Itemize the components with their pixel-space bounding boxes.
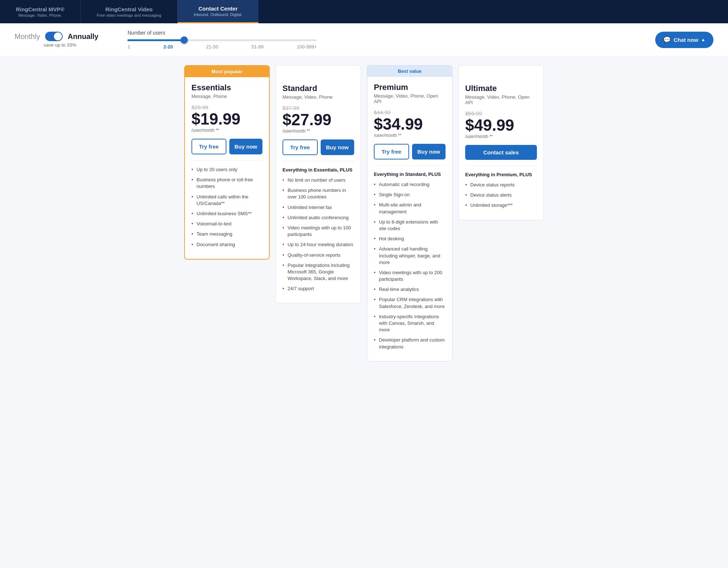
divider-standard: [282, 161, 354, 161]
price-note-standard: /user/month **: [282, 129, 354, 134]
features-ultimate: •Device status reports •Device status al…: [465, 182, 537, 209]
feature-item: •Business phone or toll-free numbers: [191, 177, 262, 190]
slider-fill: [127, 39, 184, 41]
feature-item: •Video meetings with up to 200 participa…: [374, 269, 446, 283]
current-price-premium: $34.99: [374, 116, 446, 132]
plan-card-premium: Best value Premium Message, Video, Phone…: [367, 65, 452, 362]
features-essentials: •Up to 20 users only •Business phone or …: [191, 166, 262, 248]
feature-item: •Voicemail-to-text: [191, 221, 262, 227]
feature-item: •Document sharing: [191, 241, 262, 248]
plan-card-essentials: Most popular Essentials Message, Phone $…: [184, 65, 270, 260]
try-free-premium[interactable]: Try free: [374, 144, 409, 159]
plan-name-premium: Premium: [374, 83, 446, 92]
feature-item: •Hot desking: [374, 236, 446, 242]
buy-now-essentials[interactable]: Buy now: [229, 139, 263, 154]
feature-item: •Popular integrations including Microsof…: [282, 262, 354, 282]
feature-item: •Developer platform and custom integrati…: [374, 337, 446, 350]
tick-2-20: 2-20: [163, 44, 173, 50]
users-label: Number of users: [127, 30, 165, 36]
feature-item: •Unlimited business SMS**: [191, 210, 262, 217]
no-badge-standard: [276, 66, 361, 78]
feature-item: •Unlimited audio conferencing: [282, 214, 354, 221]
tick-21-50: 21-50: [206, 44, 218, 50]
billing-bar: Monthly Annually save up to 33% Number o…: [0, 23, 728, 56]
buy-now-premium[interactable]: Buy now: [412, 144, 446, 159]
nav-subtitle-contact: Inbound. Outbound. Digital.: [194, 12, 242, 17]
no-badge-ultimate: [459, 66, 543, 78]
billing-toggle: Monthly Annually save up to 33%: [15, 32, 98, 48]
try-free-essentials[interactable]: Try free: [191, 139, 226, 154]
slider-labels: 1 2-20 21-50 51-99 100-999+: [127, 44, 317, 50]
feature-item: •Advanced call handling including whispe…: [374, 246, 446, 266]
feature-item: •Quality-of-service reports: [282, 252, 354, 259]
features-heading-standard: Everything in Essentials, PLUS: [282, 167, 354, 173]
try-free-standard[interactable]: Try free: [282, 139, 318, 155]
feature-item: •Real-time analytics: [374, 286, 446, 293]
tick-1: 1: [127, 44, 130, 50]
monthly-label: Monthly: [15, 32, 40, 41]
annually-label: Annually: [68, 32, 98, 41]
original-price-ultimate: $59.99: [465, 110, 537, 117]
divider-ultimate: [465, 166, 537, 166]
users-slider-area: Number of users 1 2-20 21-50 51-99 100-9…: [127, 30, 317, 50]
chat-now-label: Chat now: [674, 37, 699, 43]
tick-100-999: 100-999+: [297, 44, 317, 50]
original-price-essentials: $29.99: [191, 104, 262, 110]
plan-card-standard: Standard Message, Video, Phone $37.99 $2…: [276, 65, 361, 303]
features-standard: •No limit on number of users •Business p…: [282, 177, 354, 292]
toggle-knob: [54, 32, 62, 40]
price-note-premium: /user/month **: [374, 133, 446, 138]
slider-track: [127, 39, 317, 41]
chat-now-button[interactable]: 💬 Chat now ▲: [655, 32, 713, 48]
features-heading-premium: Everything in Standard, PLUS: [374, 171, 446, 177]
plan-name-standard: Standard: [282, 84, 354, 93]
toggle-switch[interactable]: [45, 32, 63, 41]
nav-title-mvp: RingCentral MVP®: [16, 6, 64, 12]
nav-item-video[interactable]: RingCentral Video Free video meetings an…: [81, 0, 178, 23]
best-value-badge: Best value: [367, 66, 452, 77]
contact-sales-ultimate[interactable]: Contact sales: [465, 145, 537, 160]
plan-desc-essentials: Message, Phone: [191, 94, 262, 99]
slider-track-container[interactable]: 1 2-20 21-50 51-99 100-999+: [127, 39, 317, 50]
chevron-up-icon: ▲: [701, 37, 705, 42]
current-price-essentials: $19.99: [191, 111, 262, 127]
feature-item: •No limit on number of users: [282, 177, 354, 184]
feature-item: •Business phone numbers in over 100 coun…: [282, 187, 354, 200]
btn-row-ultimate: Contact sales: [465, 145, 537, 160]
feature-item: •24/7 support: [282, 285, 354, 292]
btn-row-premium: Try free Buy now: [374, 144, 446, 159]
nav-item-mvp[interactable]: RingCentral MVP® Message. Video. Phone.: [0, 0, 81, 23]
feature-item: •Up to 20 users only: [191, 166, 262, 173]
save-text: save up to 33%: [44, 42, 76, 48]
price-note-essentials: /user/month **: [191, 128, 262, 133]
feature-item: •Device status reports: [465, 182, 537, 188]
feature-item: •Popular CRM integrations with Salesforc…: [374, 296, 446, 309]
tick-51-99: 51-99: [252, 44, 264, 50]
nav-item-contact[interactable]: Contact Center Inbound. Outbound. Digita…: [178, 0, 258, 23]
plan-name-essentials: Essentials: [191, 83, 262, 92]
plans-container: Most popular Essentials Message, Phone $…: [0, 56, 728, 380]
btn-row-standard: Try free Buy now: [282, 139, 354, 155]
popular-badge: Most popular: [185, 66, 269, 77]
feature-item: •Automatic call recording: [374, 181, 446, 188]
divider-essentials: [191, 160, 262, 161]
original-price-premium: $44.99: [374, 109, 446, 115]
features-premium: •Automatic call recording •Single Sign-o…: [374, 181, 446, 350]
feature-item: •Device status alerts: [465, 192, 537, 198]
price-note-ultimate: /user/month **: [465, 134, 537, 139]
buy-now-standard[interactable]: Buy now: [321, 139, 355, 155]
nav-subtitle-video: Free video meetings and messaging: [97, 13, 161, 17]
feature-item: •Unlimited calls within the US/Canada**: [191, 194, 262, 207]
slider-thumb[interactable]: [181, 36, 188, 44]
feature-item: •Unlimited storage***: [465, 202, 537, 209]
plan-desc-ultimate: Message, Video, Phone, Open API: [465, 94, 537, 105]
original-price-standard: $37.99: [282, 105, 354, 111]
features-heading-ultimate: Everything in Premium, PLUS: [465, 172, 537, 177]
nav-title-video: RingCentral Video: [106, 6, 153, 12]
divider-premium: [374, 165, 446, 166]
feature-item: •Video meetings with up to 100 participa…: [282, 225, 354, 238]
feature-item: •Single Sign-on: [374, 192, 446, 198]
nav-title-contact: Contact Center: [198, 5, 238, 12]
current-price-standard: $27.99: [282, 112, 354, 128]
current-price-ultimate: $49.99: [465, 117, 537, 133]
